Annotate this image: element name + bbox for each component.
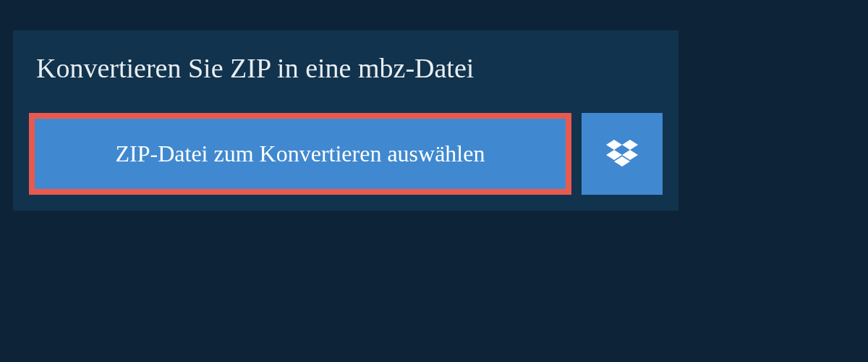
page-title: Konvertieren Sie ZIP in eine mbz-Datei: [36, 52, 655, 84]
select-file-highlight: ZIP-Datei zum Konvertieren auswählen: [29, 113, 571, 195]
select-file-button[interactable]: ZIP-Datei zum Konvertieren auswählen: [35, 119, 566, 189]
dropbox-icon: [606, 140, 638, 169]
converter-panel: Konvertieren Sie ZIP in eine mbz-Datei Z…: [13, 30, 678, 211]
header: Konvertieren Sie ZIP in eine mbz-Datei: [13, 30, 678, 113]
upload-area: ZIP-Datei zum Konvertieren auswählen: [13, 113, 678, 211]
dropbox-button[interactable]: [582, 113, 663, 195]
